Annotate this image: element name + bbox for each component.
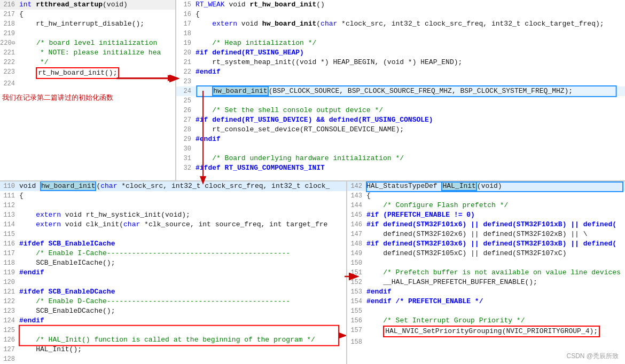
code-line: 216 int rtthread_startup(void) (0, 0, 175, 10)
code-line: 16 { (176, 10, 625, 19)
code-line: 154 #endif /* PREFETCH_ENABLE */ (347, 297, 625, 306)
annotation-text: 我们在记录第二篇讲过的初始化函数 (0, 93, 175, 102)
code-line: 118 SCB_EnableICache(); (0, 258, 346, 268)
code-line: 26 /* Set the shell console output devic… (176, 106, 625, 115)
code-line: 150 (347, 258, 625, 268)
code-line: 223 rt_hw_board_init(); (0, 67, 175, 79)
code-line: 111 { (0, 191, 346, 201)
code-line: 142 HAL_StatusTypeDef HAL_Init(void) (347, 181, 625, 191)
top-right-panel: 15 RT_WEAK void rt_hw_board_init() 16 { … (176, 0, 625, 180)
code-line: 112 (0, 201, 346, 210)
code-line: 221 * NOTE: please initialize hea (0, 48, 175, 58)
code-line: 218 rt_hw_interrupt_disable(); (0, 19, 175, 29)
code-line: 31 /* Board underlying hardware initiali… (176, 154, 625, 163)
top-left-panel: 216 int rtthread_startup(void) 217 { 218… (0, 0, 176, 180)
code-line: 127 HAL_Init(); (0, 345, 346, 354)
code-line: 115 (0, 230, 346, 239)
bottom-section: 110 void hw_board_init(char *clock_src, … (0, 181, 625, 364)
code-line: 18 (176, 29, 625, 38)
code-line: 113 extern void rt_hw_systick_init(void)… (0, 210, 346, 220)
credit-text: CSDN @秃辰所致 (566, 352, 619, 361)
code-line: 147 defined(STM32F102x6) || defined(STM3… (347, 230, 625, 239)
code-line: 123 SCB_EnableDCache(); (0, 306, 346, 316)
code-line: 121 #ifdef SCB_EnableDCache (0, 287, 346, 297)
code-line: 117 /* Enable I-Cache-------------------… (0, 249, 346, 258)
code-line: 28 rt_console_set_device(RT_CONSOLE_DEVI… (176, 125, 625, 134)
code-line-boxed: 24 hw_board_init(BSP_CLOCK_SOURCE, BSP_C… (176, 86, 625, 96)
code-line: 128 (0, 354, 346, 364)
code-line: 126 /* HAL_Init() function is called at … (0, 335, 346, 345)
code-line: 30 (176, 144, 625, 154)
code-line: 122 /* Enable D-Cache-------------------… (0, 297, 346, 306)
code-line: 124 #endif (0, 316, 346, 326)
code-line: 222 */ (0, 58, 175, 67)
code-line: 21 rt_system_heap_init((void *) HEAP_BEG… (176, 58, 625, 67)
code-line: 15 RT_WEAK void rt_hw_board_init() (176, 0, 625, 10)
code-line: 120 (0, 278, 346, 287)
code-line: 152 __HAL_FLASH_PREFETCH_BUFFER_ENABLE()… (347, 278, 625, 287)
code-line: 157 HAL_NVIC_SetPriorityGrouping(NVIC_PR… (347, 326, 625, 337)
code-line: 144 /* Configure Flash prefetch */ (347, 201, 625, 210)
code-line: 110 void hw_board_init(char *clock_src, … (0, 181, 346, 191)
code-line: 158 (347, 337, 625, 347)
code-line: 27 #if defined(RT_USING_DEVICE) && defin… (176, 115, 625, 125)
code-line: 23 (176, 77, 625, 86)
code-line: 145 #if (PREFETCH_ENABLE != 0) (347, 210, 625, 220)
code-line: 224 (0, 79, 175, 89)
code-line: 114 extern void clk_init(char *clk_sourc… (0, 220, 346, 230)
code-line: 146 #if defined(STM32F101x6) || defined(… (347, 220, 625, 230)
code-line: 153 #endif (347, 287, 625, 297)
code-line: 19 /* Heap initialization */ (176, 38, 625, 48)
top-section: 216 int rtthread_startup(void) 217 { 218… (0, 0, 625, 181)
main-container: 216 int rtthread_startup(void) 217 { 218… (0, 0, 625, 364)
code-line: 219 (0, 29, 175, 38)
code-line: 32 #ifdef RT_USING_COMPONENTS_INIT (176, 163, 625, 173)
code-line: 20 #if defined(RT_USING_HEAP) (176, 48, 625, 58)
code-line: 25 (176, 96, 625, 106)
code-line: 217 { (0, 10, 175, 19)
code-line: 116 #ifdef SCB_EnableICache (0, 239, 346, 249)
code-line: 143 { (347, 191, 625, 201)
bottom-left-panel: 110 void hw_board_init(char *clock_src, … (0, 181, 347, 364)
code-line: 220⊖ /* board level initialization (0, 38, 175, 48)
code-line: 119 #endif (0, 268, 346, 278)
code-line: 155 (347, 306, 625, 316)
code-line: 22 #endif (176, 67, 625, 77)
code-line: 17 extern void hw_board_init(char *clock… (176, 19, 625, 29)
code-line: 149 defined(STM32F105xC) || defined(STM3… (347, 249, 625, 258)
bottom-right-panel: 142 HAL_StatusTypeDef HAL_Init(void) 143… (347, 181, 625, 364)
code-line: 125 (0, 326, 346, 335)
code-line: 29 #endif (176, 134, 625, 144)
code-line: 156 /* Set Interrupt Group Priority */ (347, 316, 625, 326)
code-line: 151 /* Prefetch buffer is not available … (347, 268, 625, 278)
code-line: 148 #if defined(STM32F103x6) || defined(… (347, 239, 625, 249)
